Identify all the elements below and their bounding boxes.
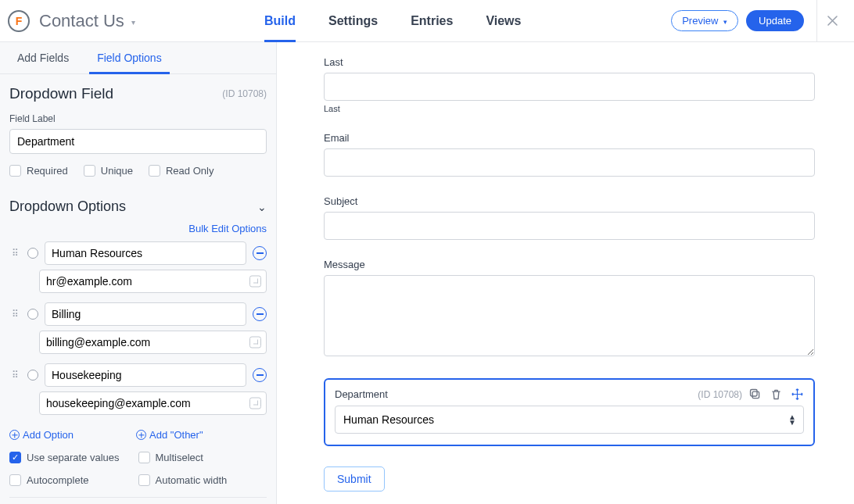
save-icon [249,276,261,288]
last-name-input[interactable] [324,73,815,101]
add-other-label: Add "Other" [149,429,203,441]
tab-views-label: Views [486,14,521,28]
svg-rect-0 [752,391,759,399]
tab-entries-label: Entries [411,14,453,28]
sidebar-tab-field-options[interactable]: Field Options [89,42,169,73]
update-button[interactable]: Update [746,10,804,31]
auto-width-checkbox[interactable]: Automatic width [138,474,267,486]
svg-rect-1 [751,390,758,397]
autocomplete-label: Autocomplete [27,474,89,486]
department-select[interactable]: Human Resources [335,406,804,434]
top-bar: F Contact Us ▾ Build Settings Entries Vi… [0,0,854,42]
separate-values-checkbox[interactable]: ✓Use separate values [9,452,138,463]
option-label-input[interactable] [45,302,246,326]
save-icon [249,337,261,349]
tab-views[interactable]: Views [486,0,521,41]
autocomplete-checkbox[interactable]: Autocomplete [9,474,138,486]
tab-build-label: Build [264,14,296,28]
preview-button[interactable]: Preview ▾ [671,10,738,31]
auto-width-label: Automatic width [156,474,228,486]
bulk-edit-link[interactable]: Bulk Edit Options [188,223,267,234]
duplicate-icon[interactable] [748,388,762,401]
department-field-label: Department [335,388,388,400]
add-other-link[interactable]: Add "Other" [136,429,203,441]
dropdown-options-title: Dropdown Options [9,198,126,215]
option-value-input[interactable] [39,391,267,415]
tab-entries[interactable]: Entries [411,0,453,41]
caret-down-icon: ▾ [131,18,135,27]
add-option-label: Add Option [23,429,74,441]
drag-handle-icon[interactable]: ⠿ [9,312,21,316]
option-default-radio[interactable] [27,370,38,381]
form-canvas: Last Last Email Subject Message Departme… [277,42,854,504]
required-checkbox[interactable]: Required [9,165,68,177]
submit-button[interactable]: Submit [324,466,385,491]
dropdown-options-toggle[interactable]: Dropdown Options ⌄ [0,188,276,218]
sidebar: Add Fields Field Options Dropdown Field … [0,42,277,504]
unique-checkbox[interactable]: Unique [84,165,133,177]
preview-label: Preview [682,15,718,27]
tab-build[interactable]: Build [264,0,296,41]
form-title-text: Contact Us [39,11,124,30]
option-default-radio[interactable] [27,248,38,259]
separate-values-label: Use separate values [27,452,120,463]
panel-id: (ID 10708) [222,88,267,99]
close-button[interactable] [816,0,848,42]
remove-option-button[interactable] [253,307,267,321]
trash-icon[interactable] [770,388,783,401]
selected-field-department[interactable]: Department (ID 10708) Human Resources ▲▼ [324,378,815,446]
message-textarea[interactable] [324,275,815,356]
field-label-last: Last [324,56,815,68]
plus-icon [9,430,20,440]
readonly-checkbox[interactable]: Read Only [149,165,214,177]
plus-icon [136,430,146,440]
sidebar-tab-add-fields[interactable]: Add Fields [9,42,77,73]
save-icon [249,398,261,409]
remove-option-button[interactable] [253,368,267,382]
multiselect-checkbox[interactable]: Multiselect [138,452,267,463]
subject-input[interactable] [324,212,815,240]
panel-title: Dropdown Field [9,85,113,102]
tab-settings[interactable]: Settings [328,0,378,41]
readonly-label: Read Only [166,165,214,177]
caret-down-icon: ▾ [723,18,727,26]
department-field-id: (ID 10708) [698,389,742,400]
option-default-radio[interactable] [27,309,38,320]
chevron-down-icon: ⌄ [257,201,267,213]
field-label-subject: Subject [324,195,815,207]
option-label-input[interactable] [45,363,246,387]
drag-handle-icon[interactable]: ⠿ [9,251,21,256]
option-value-input[interactable] [39,331,267,354]
remove-option-button[interactable] [253,246,267,260]
field-label-caption: Field Label [9,113,267,124]
option-value-input[interactable] [39,270,267,293]
drag-handle-icon[interactable]: ⠿ [9,373,21,377]
tab-settings-label: Settings [328,14,378,28]
multiselect-label: Multiselect [156,452,203,463]
move-icon[interactable] [791,388,804,401]
form-title-dropdown[interactable]: Contact Us ▾ [39,11,135,31]
required-label: Required [27,165,68,177]
email-input[interactable] [324,148,815,177]
field-label-message: Message [324,259,815,270]
app-logo: F [8,10,30,32]
option-label-input[interactable] [45,241,246,265]
add-option-link[interactable]: Add Option [9,429,74,441]
close-icon [827,15,838,27]
unique-label: Unique [101,165,133,177]
field-label-email: Email [324,132,815,144]
field-sublabel-last: Last [324,104,815,113]
field-label-input[interactable] [9,129,267,154]
